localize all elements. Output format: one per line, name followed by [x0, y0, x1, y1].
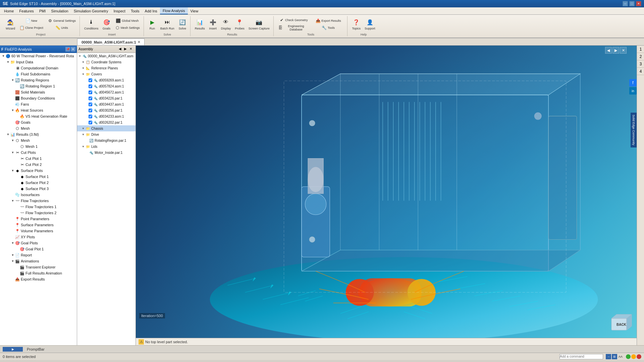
asm-tree-item-11[interactable]: 🔩 d0026202.par:1	[77, 119, 136, 125]
doc-tab-close[interactable]: ✕	[138, 40, 140, 44]
asm-tree-item-4[interactable]: 🔩 d0059269.asm:1	[77, 77, 136, 83]
menu-simulation[interactable]: Simulation	[48, 7, 71, 14]
panel-close-button[interactable]: ✕	[71, 47, 75, 52]
menu-features[interactable]: Features	[16, 7, 36, 14]
tree-expand[interactable]	[11, 96, 15, 100]
viewport-3d[interactable]: Iteration=500 BACK ◀ ▶ ✕ f in Solid Edge…	[136, 46, 637, 345]
tree-expand[interactable]: ▼	[11, 199, 15, 203]
check-geometry-button[interactable]: ✔ Check Geometry	[276, 17, 311, 23]
menu-pmi[interactable]: PMI	[37, 7, 49, 14]
tree-expand[interactable]	[15, 271, 19, 275]
tree-expand[interactable]	[11, 235, 15, 239]
asm-checkbox[interactable]	[89, 97, 92, 100]
tree-item-20[interactable]: ◆ Surface Plot 1	[0, 174, 77, 180]
tree-expand[interactable]: ▼	[11, 259, 15, 263]
tree-item-5[interactable]: 🔄 Rotating Region 1	[0, 83, 77, 89]
tree-expand[interactable]: ▼	[11, 138, 15, 142]
tree-item-32[interactable]: 🎯 Goal Plot 1	[0, 246, 77, 252]
tree-item-10[interactable]: 🔥 VS Heat Generation Rate	[0, 113, 77, 119]
asm-tree-item-15[interactable]: ▼ 📁 Lids	[77, 143, 136, 149]
right-panel-btn-1[interactable]: 1	[637, 46, 644, 53]
asm-panel-nav-right[interactable]: ▶	[124, 47, 129, 52]
asm-panel-nav-left[interactable]: ◀	[119, 47, 123, 52]
asm-checkbox[interactable]	[89, 90, 92, 94]
vp-close[interactable]: ✕	[620, 47, 627, 54]
units-button[interactable]: 📏 Units	[46, 24, 77, 31]
menu-flow-analysis[interactable]: Flow Analysis	[160, 7, 188, 14]
menu-inspect[interactable]: Inspect	[111, 7, 128, 14]
tree-expand[interactable]	[15, 265, 19, 269]
asm-expand[interactable]: ▼	[81, 132, 85, 136]
export-results-ribbon-button[interactable]: 📤 Export Results	[311, 17, 345, 24]
menu-add-ins[interactable]: Add Ins	[142, 7, 160, 14]
tree-item-15[interactable]: ⬡ Mesh 1	[0, 143, 77, 149]
tree-expand[interactable]	[15, 144, 19, 148]
tree-item-24[interactable]: ▼ 〰 Flow Trajectories	[0, 198, 77, 204]
linkedin-button[interactable]: in	[629, 87, 637, 95]
engineering-database-button[interactable]: 🗄 Engineering Database	[276, 24, 311, 32]
tree-expand[interactable]: ▼	[11, 150, 15, 155]
asm-expand[interactable]	[85, 114, 89, 118]
tree-item-31[interactable]: ▼ 🎯 Goal Plots	[0, 240, 77, 246]
tree-item-6[interactable]: 🧱 Solid Materials	[0, 89, 77, 95]
asm-expand[interactable]: ▼	[81, 60, 85, 64]
facebook-button[interactable]: f	[629, 79, 637, 86]
tree-expand[interactable]: ▼	[11, 253, 15, 257]
asm-tree-item-3[interactable]: ▼ 📁 Covers	[77, 71, 136, 77]
tree-expand[interactable]	[15, 187, 19, 191]
tree-expand[interactable]	[15, 157, 19, 161]
menu-tools[interactable]: Tools	[128, 7, 142, 14]
statusbar-icon-1[interactable]: →	[606, 354, 611, 359]
tree-item-30[interactable]: 📈 XY Plots	[0, 234, 77, 240]
topics-button[interactable]: ❓ Topics	[350, 17, 362, 31]
tree-expand[interactable]: ▼	[11, 241, 15, 245]
right-panel-btn-2[interactable]: 2	[637, 53, 644, 60]
asm-expand[interactable]	[85, 84, 89, 88]
tree-expand[interactable]	[11, 193, 15, 197]
tree-expand[interactable]: ▼	[6, 132, 10, 136]
asm-expand[interactable]: ▼	[78, 54, 82, 58]
tree-expand[interactable]	[11, 217, 15, 221]
right-panel-btn-4[interactable]: 4	[637, 68, 644, 75]
conditions-button[interactable]: 🌡 Conditions	[83, 17, 100, 31]
tree-expand[interactable]	[15, 247, 19, 251]
probes-button[interactable]: 📍 Probes	[233, 17, 246, 31]
close-button[interactable]: ✕	[636, 1, 641, 6]
tree-expand[interactable]	[11, 229, 15, 233]
asm-tree-item-0[interactable]: ▼ 🔩 00000_Main_ASM-LIGHT.asm	[77, 53, 136, 59]
asm-checkbox[interactable]	[89, 78, 92, 82]
tree-expand[interactable]	[15, 175, 19, 179]
tree-item-27[interactable]: 📍 Point Parameters	[0, 216, 77, 222]
asm-expand[interactable]: ▼	[81, 144, 85, 148]
asm-checkbox[interactable]	[89, 115, 92, 118]
tree-item-19[interactable]: ▼ ◆ Surface Plots	[0, 168, 77, 174]
tree-item-8[interactable]: 💨 Fans	[0, 101, 77, 107]
menu-view[interactable]: View	[188, 7, 201, 14]
assembly-tree[interactable]: ▼ 🔩 00000_Main_ASM-LIGHT.asm ▼ 📋 Coordin…	[77, 53, 136, 345]
tree-expand[interactable]	[11, 72, 15, 76]
floefd-tree[interactable]: ▼ 🔵 60 W Thermal Power - Reversed Rota ▼…	[0, 53, 77, 345]
tree-expand[interactable]	[11, 126, 15, 130]
asm-tree-item-16[interactable]: 🔩 Motor_Inside.par:1	[77, 149, 136, 156]
statusbar-icon-2[interactable]: ⊞	[612, 354, 617, 359]
maximize-button[interactable]: □	[629, 1, 635, 6]
tree-expand[interactable]	[11, 102, 15, 106]
tree-item-16[interactable]: ▼ ✂ Cut Plots	[0, 149, 77, 156]
asm-expand[interactable]	[85, 150, 89, 155]
menu-simulation-geometry[interactable]: Simulation Geometry	[71, 7, 111, 14]
asm-checkbox[interactable]	[89, 84, 92, 88]
tree-item-25[interactable]: 〰 Flow Trajectories 1	[0, 204, 77, 210]
asm-expand[interactable]: ▼	[81, 126, 85, 130]
run-button[interactable]: ▶ Run	[147, 17, 158, 31]
global-mesh-button[interactable]: ⬛ Global Mesh	[113, 17, 142, 24]
results-button[interactable]: 📊 Results	[193, 17, 207, 31]
tree-item-21[interactable]: ◆ Surface Plot 2	[0, 180, 77, 186]
tree-item-36[interactable]: 🎬 Full Results Animation	[0, 270, 77, 276]
asm-tree-item-5[interactable]: 🔩 d0057824.asm:1	[77, 83, 136, 89]
asm-tree-item-12[interactable]: ▼ 📁 Chassis	[77, 125, 136, 131]
tree-item-11[interactable]: 🎯 Goals	[0, 119, 77, 125]
tree-item-3[interactable]: 💧 Fluid Subdomains	[0, 71, 77, 77]
tree-expand[interactable]	[11, 277, 15, 281]
tree-expand[interactable]	[15, 84, 19, 88]
tree-item-7[interactable]: ⬛ Boundary Conditions	[0, 95, 77, 101]
